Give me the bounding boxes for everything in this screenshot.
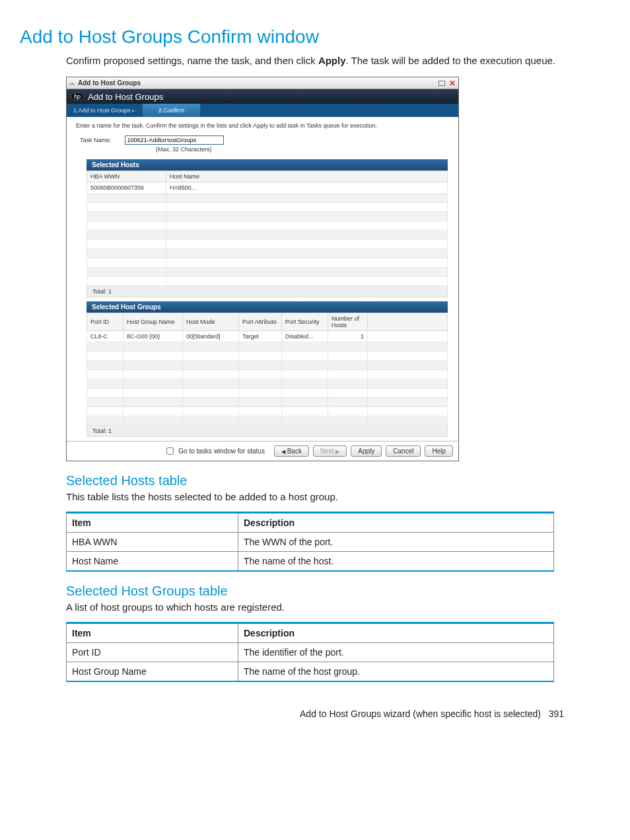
window-titlebar: ︽ Add to Host Groups ✕ [67, 77, 458, 89]
task-name-hint: (Max. 32 Characters) [67, 146, 458, 159]
section-selected-host-groups-title: Selected Host Groups table [66, 584, 610, 599]
dialog-title: Add to Host Groups [88, 92, 163, 102]
cell: The name of the host. [238, 552, 554, 572]
help-button[interactable]: Help [425, 445, 453, 457]
table-row [87, 342, 448, 352]
col-host-mode[interactable]: Host Mode [183, 313, 239, 331]
col-host-name[interactable]: Host Name [166, 171, 448, 182]
triangle-left-icon: ◀ [281, 449, 285, 455]
col-spacer [368, 313, 448, 331]
table-row [87, 389, 448, 398]
section-selected-hosts-desc: This table lists the hosts selected to b… [66, 491, 610, 502]
go-to-tasks-label: Go to tasks window for status [178, 447, 265, 455]
cell: HA8500... [166, 182, 448, 194]
hp-logo-icon: hp [71, 93, 84, 100]
table-header-row: HBA WWN Host Name [87, 171, 448, 182]
table-row: Host Name The name of the host. [67, 552, 554, 572]
table-row [87, 258, 448, 268]
col-description: Description [238, 623, 554, 643]
table-row[interactable]: CL8-C 8C-G00 (00) 00[Standard] Target Di… [87, 331, 448, 342]
table-row [87, 249, 448, 258]
table-row [87, 231, 448, 240]
footer-text: Add to Host Groups wizard (when specific… [300, 708, 541, 719]
col-port-id[interactable]: Port ID [87, 313, 123, 331]
cancel-button[interactable]: Cancel [386, 445, 421, 457]
wizard-steps: 1.Add to Host Groups ▸ 2.Confirm [67, 104, 458, 117]
col-number-of-hosts[interactable]: Number of Hosts [328, 313, 368, 331]
table-row [87, 212, 448, 221]
apply-button[interactable]: Apply [351, 445, 382, 457]
table-row [87, 240, 448, 249]
col-port-security[interactable]: Port Security [282, 313, 328, 331]
selected-host-groups-total: Total: 1 [87, 426, 448, 437]
instruction-text: Enter a name for the task. Confirm the s… [67, 117, 458, 133]
col-hba-wwn[interactable]: HBA WWN [87, 171, 166, 182]
cell: Port ID [67, 643, 238, 662]
table-row [87, 277, 448, 286]
section-selected-host-groups-desc: A list of host groups to which hosts are… [66, 601, 610, 613]
task-name-label: Task Name: [80, 137, 112, 143]
window-title: Add to Host Groups [78, 79, 141, 87]
cell: Target [239, 331, 282, 342]
table-row: Port ID The identifier of the port. [67, 643, 554, 662]
cell: Host Group Name [67, 662, 238, 682]
table-row [87, 379, 448, 389]
chevron-right-icon: ▸ [132, 107, 135, 114]
table-header-row: Item Description [67, 513, 554, 533]
col-host-group-name[interactable]: Host Group Name [123, 313, 183, 331]
table-row [87, 361, 448, 370]
selected-hosts-doc-table: Item Description HBA WWN The WWN of the … [66, 512, 554, 572]
back-button[interactable]: ◀ Back [274, 445, 309, 457]
table-row[interactable]: 50060B0000607356 HA8500... [87, 182, 448, 194]
button-bar: Go to tasks window for status ◀ Back Nex… [67, 441, 458, 461]
cell: HBA WWN [67, 533, 238, 552]
intro-pre: Confirm proposed settings, name the task… [66, 55, 318, 66]
intro-text: Confirm proposed settings, name the task… [66, 54, 610, 67]
cell: The WWN of the port. [238, 533, 554, 552]
selected-hosts-table: HBA WWN Host Name 50060B0000607356 HA850… [87, 171, 448, 286]
cell: 1 [328, 331, 368, 342]
cell: Host Name [67, 552, 238, 572]
step-2: 2.Confirm [142, 104, 201, 117]
selected-host-groups-doc-table: Item Description Port ID The identifier … [66, 622, 554, 682]
table-row [87, 194, 448, 203]
page-footer: Add to Host Groups wizard (when specific… [20, 708, 564, 719]
table-row [87, 407, 448, 416]
cell: The identifier of the port. [238, 643, 554, 662]
page-number: 391 [549, 708, 564, 719]
selected-hosts-panel: Selected Hosts HBA WWN Host Name 50060B0… [87, 159, 448, 297]
table-row [87, 370, 448, 379]
dialog-header: hp Add to Host Groups [67, 89, 458, 104]
cell: 50060B0000607356 [87, 182, 166, 194]
table-row [87, 398, 448, 407]
col-description: Description [238, 513, 554, 533]
go-to-tasks-input[interactable] [166, 447, 174, 455]
cell: 8C-G00 (00) [123, 331, 183, 342]
selected-host-groups-header: Selected Host Groups [87, 301, 448, 313]
table-row [87, 416, 448, 426]
task-name-input[interactable] [125, 135, 224, 145]
restore-icon[interactable] [438, 81, 445, 86]
cell: CL8-C [87, 331, 123, 342]
page-title: Add to Host Groups Confirm window [20, 26, 610, 48]
table-row [87, 221, 448, 231]
next-button: Next ▶ [313, 445, 347, 457]
step-1[interactable]: 1.Add to Host Groups ▸ [67, 104, 142, 117]
dialog-window: ︽ Add to Host Groups ✕ hp Add to Host Gr… [66, 77, 459, 461]
table-header-row: Item Description [67, 623, 554, 643]
close-icon[interactable]: ✕ [449, 79, 456, 87]
cell: 00[Standard] [183, 331, 239, 342]
table-row: HBA WWN The WWN of the port. [67, 533, 554, 552]
intro-bold: Apply [318, 55, 346, 66]
selected-host-groups-table: Port ID Host Group Name Host Mode Port A… [87, 313, 448, 426]
go-to-tasks-checkbox[interactable]: Go to tasks window for status [164, 445, 265, 457]
table-header-row: Port ID Host Group Name Host Mode Port A… [87, 313, 448, 331]
table-row [87, 352, 448, 361]
col-item: Item [67, 623, 238, 643]
collapse-icon[interactable]: ︽ [69, 80, 75, 86]
col-port-attribute[interactable]: Port Attribute [239, 313, 282, 331]
selected-hosts-header: Selected Hosts [87, 159, 448, 171]
intro-post: . The task will be added to the executio… [346, 55, 555, 66]
cell: The name of the host group. [238, 662, 554, 682]
table-row [87, 203, 448, 212]
